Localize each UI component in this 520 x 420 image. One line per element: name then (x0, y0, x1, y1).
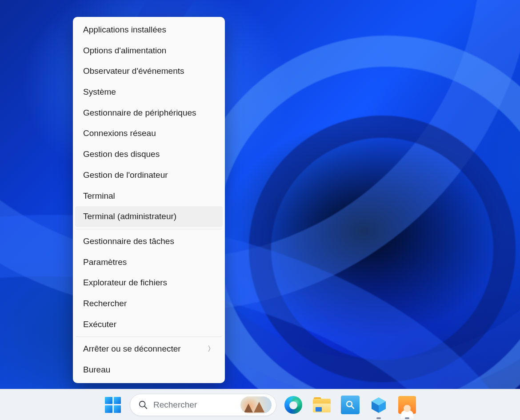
taskbar-app-avatar[interactable] (396, 393, 419, 416)
menu-item-settings[interactable]: Paramètres (75, 252, 223, 273)
menu-item-disk-management[interactable]: Gestion des disques (75, 144, 223, 165)
menu-item-event-viewer[interactable]: Observateur d'événements (75, 61, 223, 82)
menu-item-desktop[interactable]: Bureau (75, 360, 223, 380)
desktop[interactable]: Applications installées Options d'alimen… (0, 0, 520, 420)
menu-item-label: Gestion des disques (83, 149, 160, 160)
menu-item-terminal-admin[interactable]: Terminal (administrateur) (75, 206, 223, 227)
menu-item-installed-apps[interactable]: Applications installées (75, 20, 223, 40)
menu-item-label: Gestionnaire des tâches (83, 236, 174, 247)
running-indicator (405, 417, 409, 419)
menu-item-shutdown-signout[interactable]: Arrêter ou se déconnecter 〉 (75, 339, 223, 360)
search-icon (138, 400, 148, 410)
menu-item-search[interactable]: Rechercher (75, 293, 223, 314)
menu-item-label: Bureau (83, 364, 110, 376)
menu-item-label: Terminal (83, 191, 115, 202)
menu-item-label: Exécuter (83, 319, 116, 330)
menu-item-terminal[interactable]: Terminal (75, 186, 223, 207)
windows-logo-icon (105, 397, 121, 413)
menu-item-network-connections[interactable]: Connexions réseau (75, 123, 223, 144)
menu-item-label: Observateur d'événements (83, 66, 184, 77)
chevron-right-icon: 〉 (208, 344, 215, 354)
menu-item-label: Gestion de l'ordinateur (83, 170, 168, 181)
menu-item-label: Système (83, 87, 116, 98)
menu-item-device-manager[interactable]: Gestionnaire de périphériques (75, 103, 223, 124)
menu-item-label: Connexions réseau (83, 128, 156, 139)
taskbar: Rechercher (0, 389, 520, 420)
menu-item-run[interactable]: Exécuter (75, 314, 223, 335)
menu-item-label: Explorateur de fichiers (83, 277, 167, 288)
file-explorer-icon (313, 397, 331, 412)
menu-separator (76, 336, 222, 337)
menu-item-label: Rechercher (83, 298, 127, 309)
taskbar-app-search[interactable] (339, 393, 362, 416)
menu-item-system[interactable]: Système (75, 82, 223, 103)
menu-item-label: Applications installées (83, 24, 166, 36)
svg-line-1 (144, 406, 147, 408)
taskbar-app-file-explorer[interactable] (310, 393, 333, 416)
taskbar-app-edge[interactable] (282, 393, 305, 416)
search-placeholder: Rechercher (153, 400, 235, 410)
menu-item-label: Gestionnaire de périphériques (83, 108, 196, 119)
start-button[interactable] (101, 393, 124, 416)
menu-item-label: Terminal (administrateur) (83, 211, 176, 222)
search-highlight-icon (240, 396, 272, 413)
menu-item-task-manager[interactable]: Gestionnaire des tâches (75, 231, 223, 252)
magnifier-app-icon (341, 396, 360, 414)
menu-item-computer-management[interactable]: Gestion de l'ordinateur (75, 165, 223, 186)
avatar-app-icon (398, 396, 416, 414)
menu-item-power-options[interactable]: Options d'alimentation (75, 40, 223, 61)
box-app-icon (370, 396, 388, 414)
running-indicator (376, 417, 381, 419)
edge-icon (284, 396, 302, 414)
taskbar-app-box[interactable] (367, 393, 390, 416)
svg-line-3 (352, 406, 354, 408)
menu-item-file-explorer[interactable]: Explorateur de fichiers (75, 272, 223, 293)
menu-separator (76, 229, 222, 229)
menu-item-label: Paramètres (83, 257, 127, 268)
winx-context-menu: Applications installées Options d'alimen… (73, 17, 225, 383)
menu-item-label: Arrêter ou se déconnecter (83, 344, 181, 355)
menu-item-label: Options d'alimentation (83, 45, 166, 56)
taskbar-search-box[interactable]: Rechercher (130, 394, 276, 416)
